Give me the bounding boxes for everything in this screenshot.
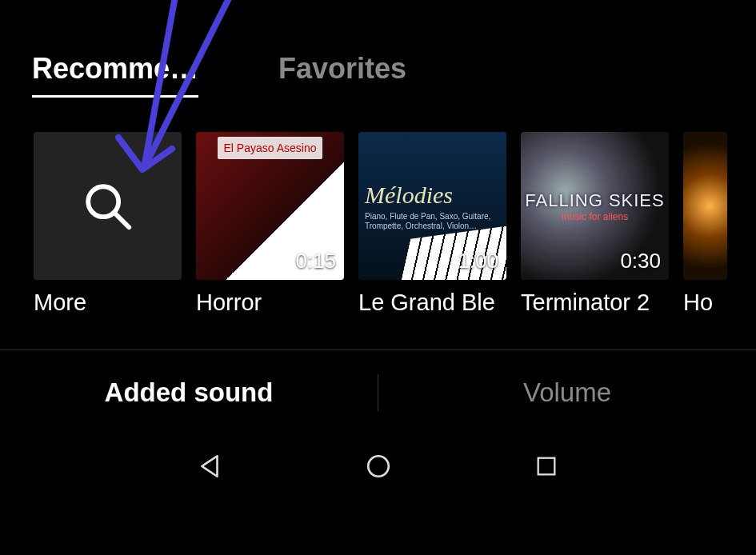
- tab-added-sound[interactable]: Added sound: [0, 377, 378, 408]
- duration-badge: 0:30: [620, 249, 661, 274]
- search-icon: [80, 178, 136, 234]
- more-tile[interactable]: [34, 132, 182, 280]
- cover-subtext: music for aliens: [562, 211, 628, 222]
- tab-volume[interactable]: Volume: [378, 377, 756, 408]
- square-recents-icon: [534, 454, 558, 478]
- duration-badge: 0:15: [295, 249, 336, 274]
- sound-label: Terminator 2: [521, 289, 669, 316]
- carousel-item[interactable]: Ho: [683, 132, 727, 316]
- svg-rect-6: [538, 458, 554, 475]
- nav-home-button[interactable]: [358, 446, 398, 486]
- android-navbar: [0, 435, 756, 486]
- sound-cover-terminator[interactable]: FALLING SKIES music for aliens 0:30: [521, 132, 669, 280]
- sound-cover-horror[interactable]: El Payaso Asesino 0:15: [196, 132, 344, 280]
- sound-label: Horror: [196, 289, 344, 316]
- cover-text: El Payaso Asesino: [218, 137, 323, 159]
- svg-line-3: [114, 213, 129, 227]
- carousel-more[interactable]: More: [34, 132, 182, 316]
- carousel-item[interactable]: El Payaso Asesino 0:15 Horror: [196, 132, 344, 316]
- sound-tabs: Recomme… Favorites: [0, 0, 756, 118]
- more-label: More: [34, 289, 182, 316]
- sound-panel-tabs: Added sound Volume: [0, 350, 756, 435]
- cover-subtext: Piano, Flute de Pan, Saxo, Guitare, Trom…: [365, 212, 500, 231]
- svg-point-5: [368, 456, 389, 477]
- carousel-item[interactable]: FALLING SKIES music for aliens 0:30 Term…: [521, 132, 669, 316]
- circle-home-icon: [365, 453, 392, 480]
- sound-label: Ho: [683, 289, 727, 316]
- svg-marker-4: [202, 456, 217, 477]
- sound-label: Le Grand Ble: [358, 289, 506, 316]
- nav-recents-button[interactable]: [526, 446, 566, 486]
- sound-carousel: More El Payaso Asesino 0:15 Horror Mélod…: [0, 118, 756, 316]
- duration-badge: 1:00: [458, 249, 498, 274]
- cover-text: Mélodies: [365, 182, 453, 209]
- sound-cover-partial[interactable]: [683, 132, 727, 280]
- tab-recommended[interactable]: Recomme…: [32, 52, 198, 98]
- cover-text: FALLING SKIES: [525, 190, 664, 211]
- nav-back-button[interactable]: [190, 446, 230, 486]
- tab-favorites[interactable]: Favorites: [278, 52, 406, 98]
- sound-cover-melodies[interactable]: Mélodies Piano, Flute de Pan, Saxo, Guit…: [358, 132, 506, 280]
- triangle-back-icon: [197, 453, 224, 480]
- carousel-item[interactable]: Mélodies Piano, Flute de Pan, Saxo, Guit…: [358, 132, 506, 316]
